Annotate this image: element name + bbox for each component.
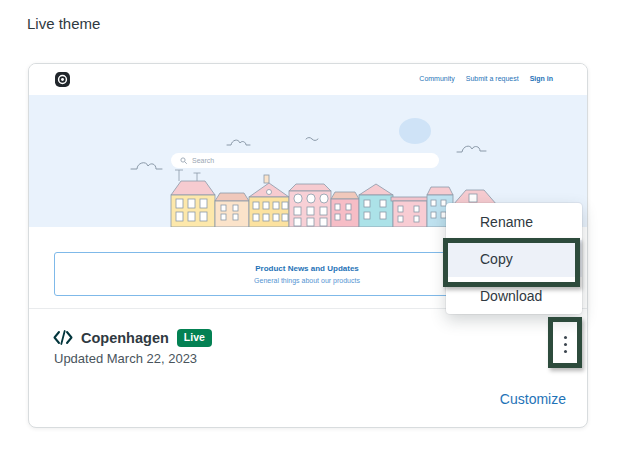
search-placeholder: Search xyxy=(192,157,214,164)
updated-date: Updated March 22, 2023 xyxy=(54,351,197,366)
sun-shape xyxy=(399,118,431,144)
theme-name-row: Copenhagen Live xyxy=(53,329,212,347)
banner-title: Product News and Updates xyxy=(255,264,359,273)
page-title: Live theme xyxy=(27,15,100,32)
preview-nav-sign-in: Sign in xyxy=(530,75,553,82)
menu-item-rename[interactable]: Rename xyxy=(446,203,582,240)
customize-link[interactable]: Customize xyxy=(500,391,566,407)
code-icon xyxy=(53,330,73,345)
theme-logo-icon xyxy=(54,71,71,88)
search-icon xyxy=(180,157,188,165)
theme-name: Copenhagen xyxy=(81,330,169,346)
preview-nav: Community Submit a request Sign in xyxy=(419,75,553,82)
preview-nav-community: Community xyxy=(419,75,454,82)
live-status-badge: Live xyxy=(177,329,212,347)
preview-search-bar: Search xyxy=(171,153,439,168)
banner-subtitle: General things about our products xyxy=(254,277,360,284)
copy-annotation-box xyxy=(443,238,580,287)
kebab-annotation-box xyxy=(548,317,582,368)
preview-nav-submit-request: Submit a request xyxy=(466,75,519,82)
preview-header: Community Submit a request Sign in xyxy=(29,64,587,95)
